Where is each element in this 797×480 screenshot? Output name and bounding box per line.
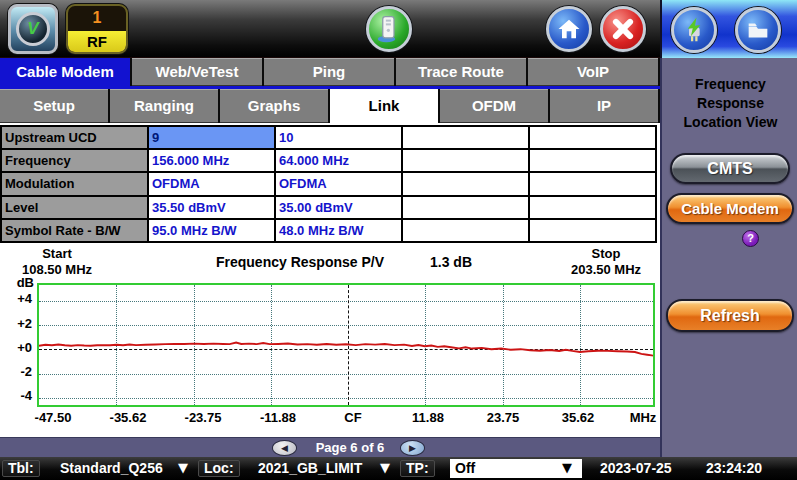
tbl-label: Tbl: bbox=[2, 460, 40, 477]
tab-ofdm[interactable]: OFDM bbox=[440, 89, 550, 123]
tab-cable-modem[interactable]: Cable Modem bbox=[0, 58, 132, 86]
tab-ping[interactable]: Ping bbox=[264, 58, 396, 86]
tp-label: TP: bbox=[400, 460, 435, 477]
module-slot-number: 1 bbox=[68, 6, 126, 31]
home-button[interactable] bbox=[546, 6, 592, 52]
tbl-dropdown-icon[interactable]: ▼ bbox=[178, 460, 188, 475]
start-frequency: Start 108.50 MHz bbox=[2, 246, 112, 278]
tbl-value: Standard_Q256 bbox=[60, 460, 163, 476]
table-cell[interactable] bbox=[530, 197, 655, 218]
response-trace bbox=[39, 342, 653, 355]
table-cell[interactable] bbox=[403, 220, 528, 241]
tp-dropdown-icon[interactable]: ▼ bbox=[562, 460, 572, 475]
y-tick: -2 bbox=[2, 364, 32, 379]
table-cell[interactable] bbox=[403, 127, 528, 148]
table-cell[interactable] bbox=[530, 173, 655, 194]
table-cell[interactable]: OFDMA bbox=[276, 173, 401, 194]
close-button[interactable] bbox=[600, 6, 646, 52]
page-indicator: Page 6 of 6 bbox=[300, 440, 400, 455]
x-tick: -23.75 bbox=[171, 410, 235, 425]
table-cell[interactable] bbox=[530, 220, 655, 241]
x-tick: -47.50 bbox=[21, 410, 85, 425]
row-label: Upstream UCD bbox=[2, 127, 147, 148]
veex-logo-letter: V bbox=[27, 19, 38, 39]
chart-title: Frequency Response P/V bbox=[170, 254, 430, 270]
power-plug-icon bbox=[679, 15, 709, 45]
table-cell[interactable]: 35.50 dBmV bbox=[149, 197, 274, 218]
help-icon[interactable]: ? bbox=[742, 230, 759, 247]
table-cell[interactable]: 64.000 MHz bbox=[276, 150, 401, 171]
page-navigation: ◀ Page 6 of 6 ▶ bbox=[0, 437, 660, 457]
tab-link[interactable]: Link bbox=[330, 89, 440, 123]
status-date: 2023-07-25 bbox=[600, 460, 672, 476]
row-label: Modulation bbox=[2, 173, 147, 194]
tab-web-vetest[interactable]: Web/VeTest bbox=[132, 58, 264, 86]
veex-logo-icon: V bbox=[16, 12, 50, 46]
frequency-response-plot bbox=[37, 283, 655, 407]
row-label: Level bbox=[2, 197, 147, 218]
upstream-table: Upstream UCD 9 10 Frequency 156.000 MHz … bbox=[0, 125, 657, 243]
page-next-button[interactable]: ▶ bbox=[400, 440, 425, 456]
x-tick: -11.88 bbox=[246, 410, 310, 425]
sidebar: Frequency Response Location View CMTS Ca… bbox=[660, 58, 797, 457]
loc-label: Loc: bbox=[198, 460, 240, 477]
table-cell[interactable] bbox=[530, 127, 655, 148]
table-cell[interactable] bbox=[530, 150, 655, 171]
tab-ranging[interactable]: Ranging bbox=[110, 89, 220, 123]
primary-tabs: Cable Modem Web/VeTest Ping Trace Route … bbox=[0, 58, 660, 86]
screen: V 1 RF bbox=[0, 0, 797, 480]
tab-voip[interactable]: VoIP bbox=[528, 58, 660, 86]
refresh-button[interactable]: Refresh bbox=[666, 299, 794, 332]
rf-module-button[interactable]: 1 RF bbox=[66, 4, 128, 54]
row-label: Symbol Rate - B/W bbox=[2, 220, 147, 241]
status-time: 23:24:20 bbox=[706, 460, 762, 476]
power-status-button[interactable] bbox=[671, 7, 717, 53]
page-next-icon: ▶ bbox=[409, 443, 416, 453]
x-tick: -35.62 bbox=[96, 410, 160, 425]
y-tick: +0 bbox=[2, 340, 32, 355]
tab-trace-route[interactable]: Trace Route bbox=[396, 58, 528, 86]
table-cell[interactable]: OFDMA bbox=[149, 173, 274, 194]
x-tick: 23.75 bbox=[471, 410, 535, 425]
y-tick: +4 bbox=[2, 291, 32, 306]
y-axis-unit: dB bbox=[4, 275, 34, 290]
veex-logo-button[interactable]: V bbox=[8, 4, 58, 54]
x-tick: 35.62 bbox=[546, 410, 610, 425]
table-cell[interactable] bbox=[403, 197, 528, 218]
y-tick: -4 bbox=[2, 388, 32, 403]
row-label: Frequency bbox=[2, 150, 147, 171]
table-cell[interactable]: 10 bbox=[276, 127, 401, 148]
folder-icon bbox=[744, 16, 772, 44]
cmts-button[interactable]: CMTS bbox=[670, 153, 790, 184]
cable-modem-button[interactable]: Cable Modem bbox=[666, 193, 794, 224]
module-name-label: RF bbox=[68, 31, 126, 52]
stop-frequency: Stop 203.50 MHz bbox=[554, 246, 658, 278]
table-cell[interactable]: 48.0 MHz B/W bbox=[276, 220, 401, 241]
page-prev-icon: ◀ bbox=[281, 443, 288, 453]
tab-ip[interactable]: IP bbox=[550, 89, 660, 123]
table-cell[interactable] bbox=[403, 150, 528, 171]
cable-modem-icon bbox=[374, 14, 404, 44]
table-cell[interactable]: 156.000 MHz bbox=[149, 150, 274, 171]
tab-setup[interactable]: Setup bbox=[0, 89, 110, 123]
loc-dropdown-icon[interactable]: ▼ bbox=[380, 460, 390, 475]
secondary-tabs: Setup Ranging Graphs Link OFDM IP bbox=[0, 89, 660, 123]
x-tick: CF bbox=[321, 410, 385, 425]
loc-value: 2021_GB_LIMIT bbox=[258, 460, 362, 476]
chart-header: Start 108.50 MHz Frequency Response P/V … bbox=[0, 244, 660, 284]
table-cell-selected[interactable]: 9 bbox=[149, 127, 274, 148]
y-tick: +2 bbox=[2, 316, 32, 331]
home-icon bbox=[555, 15, 583, 43]
view-title: Frequency Response Location View bbox=[662, 75, 797, 132]
status-bar: Tbl: Standard_Q256 ▼ Loc: 2021_GB_LIMIT … bbox=[0, 457, 797, 480]
x-tick: 11.88 bbox=[396, 410, 460, 425]
page-prev-button[interactable]: ◀ bbox=[272, 440, 297, 456]
tab-graphs[interactable]: Graphs bbox=[220, 89, 330, 123]
main-content: Upstream UCD 9 10 Frequency 156.000 MHz … bbox=[0, 123, 660, 437]
file-manager-button[interactable] bbox=[735, 7, 781, 53]
table-cell[interactable]: 35.00 dBmV bbox=[276, 197, 401, 218]
pv-value: 1.3 dB bbox=[430, 254, 472, 270]
table-cell[interactable]: 95.0 MHz B/W bbox=[149, 220, 274, 241]
modem-status-button[interactable] bbox=[366, 6, 412, 52]
table-cell[interactable] bbox=[403, 173, 528, 194]
